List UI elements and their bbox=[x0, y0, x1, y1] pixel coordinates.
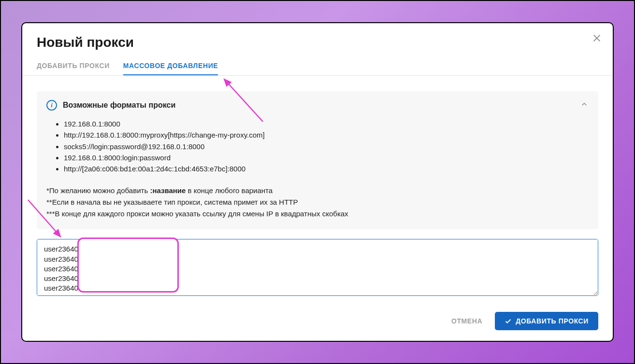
format-item: http://192.168.0.1:8000:myproxy[https://… bbox=[64, 129, 589, 140]
add-proxy-label: ДОБАВИТЬ ПРОКСИ bbox=[516, 317, 589, 325]
modal-footer: ОТМЕНА ДОБАВИТЬ ПРОКСИ bbox=[22, 303, 613, 341]
proxy-textarea[interactable] bbox=[37, 239, 598, 296]
note-line: *По желанию можно добавить :название в к… bbox=[46, 185, 589, 196]
modal-body: i Возможные форматы прокси 192.168.0.1:8… bbox=[22, 76, 613, 303]
close-icon[interactable] bbox=[592, 33, 602, 43]
format-item: 192.168.0.1:8000 bbox=[64, 118, 589, 129]
modal-title: Новый прокси bbox=[37, 35, 598, 50]
modal-header: Новый прокси bbox=[22, 23, 613, 57]
tab-bulk-add[interactable]: МАССОВОЕ ДОБАВЛЕНИЕ bbox=[123, 57, 218, 75]
format-item: 192.168.0.1:8000:login:password bbox=[64, 152, 589, 163]
note-line: **Если в начала вы не указываете тип про… bbox=[46, 196, 589, 208]
info-icon: i bbox=[46, 100, 57, 111]
new-proxy-modal: Новый прокси ДОБАВИТЬ ПРОКСИ МАССОВОЕ ДО… bbox=[21, 22, 614, 342]
format-item: http://[2a06:c006:bd1e:00a1:2d4c:1cbd:46… bbox=[64, 163, 589, 174]
proxy-textarea-wrap bbox=[37, 239, 598, 303]
info-panel: i Возможные форматы прокси 192.168.0.1:8… bbox=[37, 91, 598, 229]
check-icon bbox=[505, 318, 512, 325]
chevron-up-icon[interactable] bbox=[580, 100, 589, 109]
tabs: ДОБАВИТЬ ПРОКСИ МАССОВОЕ ДОБАВЛЕНИЕ bbox=[22, 57, 613, 76]
tab-add-proxy[interactable]: ДОБАВИТЬ ПРОКСИ bbox=[37, 57, 110, 75]
format-item: socks5://login:password@192.168.0.1:8000 bbox=[64, 141, 589, 152]
format-list: 192.168.0.1:8000 http://192.168.0.1:8000… bbox=[46, 118, 589, 174]
note-line: ***В конце для каждого прокси можно указ… bbox=[46, 208, 589, 220]
add-proxy-button[interactable]: ДОБАВИТЬ ПРОКСИ bbox=[495, 312, 598, 330]
info-header: i Возможные форматы прокси bbox=[46, 100, 589, 111]
info-title: Возможные форматы прокси bbox=[63, 101, 175, 110]
cancel-button[interactable]: ОТМЕНА bbox=[451, 317, 482, 325]
format-notes: *По желанию можно добавить :название в к… bbox=[46, 185, 589, 220]
